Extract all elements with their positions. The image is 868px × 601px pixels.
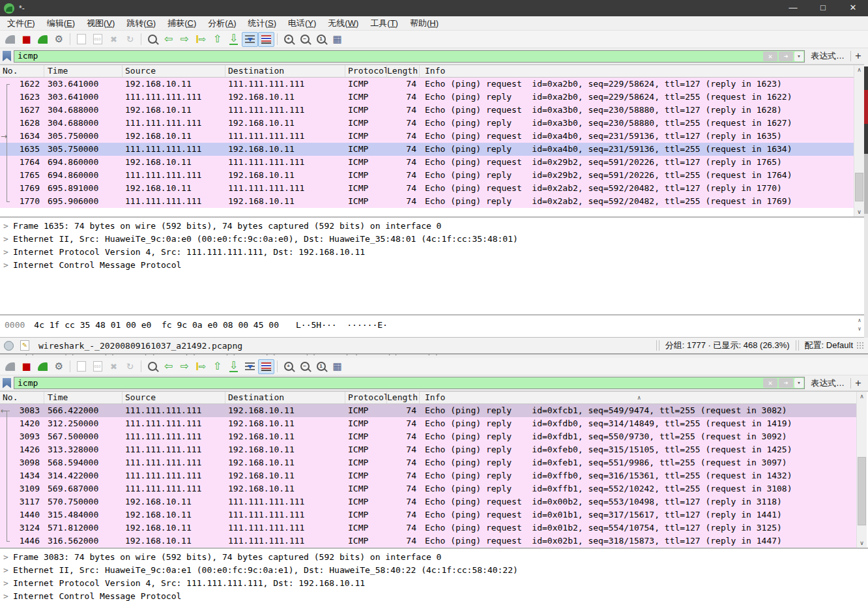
expression-button[interactable]: 表达式… [805, 50, 850, 62]
packet-row[interactable]: 1627304.688000192.168.10.11111.111.111.1… [0, 104, 854, 117]
titlebar[interactable]: *- — □ ✕ [0, 0, 868, 16]
packet-row[interactable]: 1434314.422000111.111.111.111192.168.10.… [0, 469, 857, 482]
packet-row[interactable]: 1426313.328000111.111.111.111192.168.10.… [0, 443, 857, 456]
first-packet-button[interactable]: ⇧ [209, 359, 225, 374]
display-filter-input[interactable]: icmp ✕ ➜ ▾ [14, 50, 805, 63]
column-header-time[interactable]: Time [44, 65, 123, 77]
packet-row[interactable]: 3083566.422000111.111.111.111192.168.10.… [0, 404, 857, 417]
close-button[interactable]: ✕ [838, 0, 868, 16]
column-header-protocol[interactable]: Protocol [345, 392, 387, 403]
packet-row[interactable]: 3098568.594000111.111.111.111192.168.10.… [0, 456, 857, 469]
menu-item-10[interactable]: 帮助(H) [404, 16, 444, 31]
find-packet-button[interactable] [144, 32, 160, 47]
detail-row[interactable]: >Frame 3083: 74 bytes on wire (592 bits)… [0, 551, 868, 564]
scroll-down-arrow-icon[interactable]: ∨ [855, 325, 864, 333]
restart-capture-button[interactable] [35, 359, 51, 374]
packet-row[interactable]: 1628304.688000111.111.111.111192.168.10.… [0, 117, 854, 130]
menu-item-7[interactable]: 电话(Y) [282, 16, 322, 31]
expand-arrow-icon[interactable]: > [3, 233, 13, 246]
menu-item-0[interactable]: 文件(F) [1, 16, 41, 31]
zoom-out-button[interactable]: − [297, 32, 313, 47]
menu-item-3[interactable]: 跳转(G) [121, 16, 162, 31]
packet-list-scrollbar[interactable]: ∧ ∨ [854, 65, 864, 216]
menu-item-6[interactable]: 统计(S) [242, 16, 282, 31]
column-header-no[interactable]: No. [0, 65, 44, 77]
detail-row[interactable]: >Internet Control Message Protocol [0, 259, 868, 272]
zoom-in-button[interactable]: + [280, 359, 297, 374]
zoom-in-button[interactable]: + [280, 32, 297, 47]
resize-grip[interactable] [857, 342, 864, 349]
scrollbar-thumb[interactable] [855, 173, 863, 201]
open-file-button[interactable] [73, 32, 89, 47]
column-header-destination[interactable]: Destination [225, 392, 345, 403]
go-to-packet-button[interactable]: ⇨ [193, 32, 209, 47]
packet-row[interactable]: 1764694.860000192.168.10.11111.111.111.1… [0, 156, 854, 169]
colorize-button[interactable] [258, 359, 274, 374]
start-capture-button[interactable] [2, 359, 18, 374]
save-file-button[interactable]: 010 [89, 32, 106, 47]
zoom-out-button[interactable]: − [297, 359, 313, 374]
detail-row[interactable]: >Internet Control Message Protocol [0, 590, 868, 601]
display-filter-input-2[interactable]: icmp ✕ ➜ ▾ [14, 377, 805, 389]
detail-row[interactable]: >Frame 1635: 74 bytes on wire (592 bits)… [0, 220, 868, 233]
close-file-button[interactable]: ✖ [106, 32, 122, 47]
auto-scroll-button[interactable] [242, 32, 258, 47]
scroll-down-arrow-icon[interactable]: ∨ [857, 538, 867, 548]
reload-button[interactable]: ↻ [122, 359, 138, 374]
expression-button[interactable]: 表达式… [805, 377, 850, 389]
hex-pane[interactable]: 00004c 1f cc 35 48 01 00 e0 fc 9c 0a e0 … [0, 314, 868, 337]
detail-row[interactable]: >Ethernet II, Src: HuaweiTe_9c:0a:e1 (00… [0, 564, 868, 577]
close-file-button[interactable]: ✖ [106, 359, 122, 374]
previous-packet-button[interactable]: ⇦ [160, 359, 177, 374]
scroll-up-arrow-icon[interactable]: ∧ [857, 392, 867, 401]
next-packet-button[interactable]: ⇨ [177, 359, 193, 374]
zoom-reset-button[interactable]: 1 [313, 32, 329, 47]
column-header-destination[interactable]: Destination [225, 65, 345, 77]
detail-row[interactable]: >Internet Protocol Version 4, Src: 111.1… [0, 246, 868, 259]
filter-apply-button[interactable]: ➜ [779, 51, 793, 61]
scroll-down-arrow-icon[interactable]: ∨ [854, 207, 864, 216]
packet-row[interactable]: 1623303.641000111.111.111.111192.168.10.… [0, 91, 854, 104]
capture-options-button[interactable]: ⚙ [51, 32, 67, 47]
open-file-button[interactable] [73, 359, 89, 374]
packet-row[interactable]: 1769695.891000192.168.10.11111.111.111.1… [0, 182, 854, 195]
packet-row[interactable]: 1622303.641000192.168.10.11111.111.111.1… [0, 78, 854, 91]
column-header-source[interactable]: Source [123, 392, 225, 403]
stop-capture-button[interactable]: ■ [18, 32, 35, 47]
filter-clear-button[interactable]: ✕ [763, 378, 777, 388]
scrollbar-thumb[interactable] [858, 457, 866, 525]
save-file-button[interactable]: 010 [89, 359, 106, 374]
expand-arrow-icon[interactable]: > [3, 577, 13, 590]
column-header-protocol[interactable]: Protocol [345, 65, 387, 77]
hex-scrollbar[interactable]: ∧ ∨ [855, 316, 864, 333]
packet-row[interactable]: 1765694.860000111.111.111.111192.168.10.… [0, 169, 854, 182]
reload-button[interactable]: ↻ [122, 32, 138, 47]
expand-arrow-icon[interactable]: > [3, 259, 13, 272]
scroll-up-arrow-icon[interactable]: ∧ [854, 65, 864, 74]
packet-row[interactable]: 3109569.687000111.111.111.111192.168.10.… [0, 482, 857, 495]
menu-item-5[interactable]: 分析(A) [202, 16, 242, 31]
maximize-button[interactable]: □ [808, 0, 838, 16]
packet-list-scrollbar[interactable]: ∧ ∨ [856, 392, 867, 548]
expand-arrow-icon[interactable]: > [3, 220, 13, 233]
colorize-button[interactable] [258, 32, 274, 47]
filter-bookmark-icon[interactable] [3, 378, 11, 388]
column-header-source[interactable]: Source [123, 65, 225, 77]
detail-row[interactable]: >Internet Protocol Version 4, Src: 111.1… [0, 577, 868, 590]
filter-apply-button[interactable]: ➜ [779, 378, 793, 388]
packet-row[interactable]: 3124571.812000192.168.10.11111.111.111.1… [0, 521, 857, 535]
first-packet-button[interactable]: ⇧ [209, 32, 225, 47]
menu-item-9[interactable]: 工具(T) [364, 16, 404, 31]
column-header-time[interactable]: Time [44, 392, 123, 403]
column-header-length[interactable]: Length [387, 392, 420, 403]
auto-scroll-button[interactable] [242, 359, 258, 374]
scroll-up-arrow-icon[interactable]: ∧ [855, 316, 864, 325]
capture-options-button[interactable]: ⚙ [51, 359, 67, 374]
column-header-no[interactable]: No. [0, 392, 44, 403]
profile-text[interactable]: 配置: Default [805, 340, 853, 351]
start-capture-button[interactable] [2, 32, 18, 47]
go-to-packet-button[interactable]: ⇨ [193, 359, 209, 374]
menu-item-1[interactable]: 编辑(E) [41, 16, 81, 31]
capture-comment-icon[interactable]: ✎ [20, 340, 29, 351]
resize-columns-button[interactable]: ▦ [329, 32, 345, 47]
